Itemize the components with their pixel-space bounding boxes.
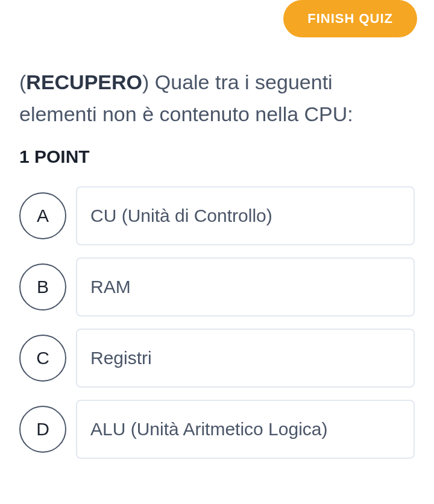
option-b[interactable]: B RAM bbox=[19, 257, 415, 317]
options-list: A CU (Unità di Controllo) B RAM C Regist… bbox=[19, 186, 415, 459]
finish-quiz-button[interactable]: FINISH QUIZ bbox=[283, 0, 417, 37]
option-text-a[interactable]: CU (Unità di Controllo) bbox=[76, 186, 415, 245]
question-prefix-bold: RECUPERO bbox=[26, 71, 142, 93]
option-text-b[interactable]: RAM bbox=[76, 257, 415, 317]
question-prefix-open: ( bbox=[19, 71, 26, 93]
option-letter-c: C bbox=[19, 335, 66, 382]
question-text: (RECUPERO) Quale tra i seguenti elementi… bbox=[19, 66, 415, 130]
option-letter-a: A bbox=[19, 192, 66, 239]
option-c[interactable]: C Registri bbox=[19, 329, 415, 388]
quiz-content: (RECUPERO) Quale tra i seguenti elementi… bbox=[0, 0, 434, 459]
question-prefix-close: ) bbox=[142, 71, 149, 93]
option-text-d[interactable]: ALU (Unità Aritmetico Logica) bbox=[76, 400, 415, 459]
option-d[interactable]: D ALU (Unità Aritmetico Logica) bbox=[19, 400, 415, 459]
option-letter-d: D bbox=[19, 406, 66, 453]
option-text-c[interactable]: Registri bbox=[76, 329, 415, 388]
points-label: 1 POINT bbox=[19, 146, 415, 167]
option-a[interactable]: A CU (Unità di Controllo) bbox=[19, 186, 415, 245]
option-letter-b: B bbox=[19, 263, 66, 310]
